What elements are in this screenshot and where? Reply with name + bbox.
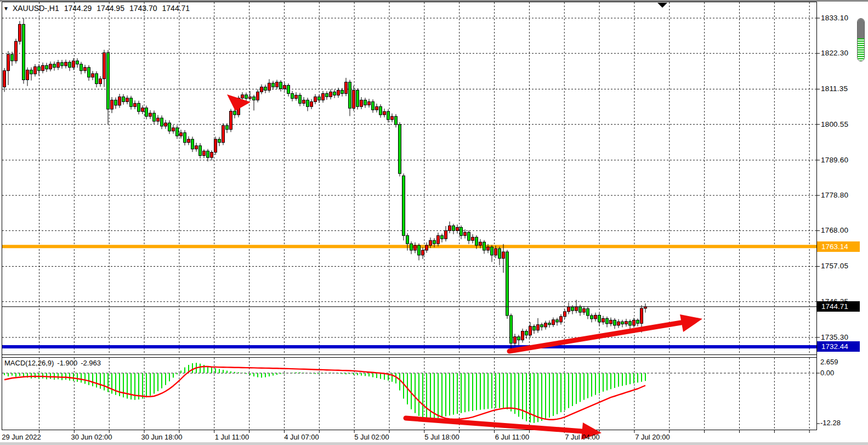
time-tick-label: 5 Jul 18:00	[406, 433, 478, 441]
price-tick-label: 1768.00	[821, 226, 848, 234]
bull-candle	[15, 41, 18, 61]
support-price-badge: 1732.44	[817, 341, 860, 352]
bear-candle	[326, 93, 328, 97]
scrollbar-grip	[858, 19, 864, 38]
price-tick-label: 1778.80	[821, 191, 848, 199]
macd-tick-label: 2.659	[820, 358, 838, 366]
macd-signal-value: -2.963	[81, 359, 101, 367]
bull-candle	[230, 111, 232, 129]
collapse-chart-icon[interactable]: ▼	[3, 5, 9, 12]
bear-candle	[46, 65, 48, 69]
bull-candle	[99, 79, 102, 84]
resistance-price-badge: 1763.14	[817, 241, 860, 252]
bull-candle	[26, 70, 29, 80]
bear-candle	[606, 318, 609, 324]
bear-candle	[356, 90, 359, 106]
bear-candle	[145, 108, 148, 116]
bear-candle	[402, 176, 405, 235]
bear-candle	[176, 128, 179, 136]
bear-candle	[387, 111, 390, 120]
bull-candle	[222, 126, 225, 143]
bear-candle	[184, 133, 186, 143]
bull-candle	[426, 245, 428, 250]
price-tick-label: 1811.35	[821, 85, 848, 93]
bear-candle	[510, 316, 513, 343]
price-tick-label: 1735.30	[821, 333, 848, 341]
bull-candle	[149, 113, 152, 116]
price-tick-label: 1822.30	[821, 49, 848, 57]
bull-candle	[188, 139, 190, 143]
time-tick-label: 1 Jul 11:00	[196, 433, 268, 441]
bear-candle	[498, 249, 501, 258]
bear-candle	[226, 126, 229, 129]
bull-candle	[322, 93, 325, 100]
time-tick-label: 30 Jun 02:00	[56, 433, 127, 441]
bull-candle	[353, 90, 355, 108]
bear-candle	[115, 100, 117, 105]
bull-candle	[552, 320, 555, 325]
bear-candle	[468, 232, 470, 240]
bear-candle	[629, 322, 632, 325]
bull-candle	[568, 307, 570, 312]
macd-name: MACD(12,26,9)	[4, 359, 54, 367]
bear-candle	[307, 100, 309, 106]
bull-candle	[214, 139, 217, 153]
bull-candle	[617, 322, 620, 325]
bear-candle	[38, 67, 41, 71]
chart-window: ▼ XAUUSD-,H1 1744.29 1744.95 1743.70 174…	[0, 0, 868, 445]
bull-candle	[360, 100, 363, 106]
bull-candle	[583, 309, 586, 313]
bear-candle	[433, 240, 436, 244]
bear-candle	[533, 326, 536, 330]
bull-candle	[383, 111, 386, 115]
bull-candle	[157, 118, 160, 121]
bull-candle	[19, 24, 21, 41]
bear-candle	[587, 309, 589, 316]
bull-candle	[368, 102, 371, 105]
bull-candle	[521, 331, 524, 340]
bull-candle	[575, 307, 578, 311]
bull-candle	[260, 87, 263, 92]
bull-candle	[487, 247, 490, 250]
time-tick-label: 5 Jul 02:00	[336, 433, 407, 441]
bull-candle	[345, 82, 348, 94]
bull-candle	[422, 250, 424, 255]
bear-candle	[234, 111, 236, 115]
ohlc-close: 1744.71	[162, 4, 190, 13]
bull-candle	[429, 240, 432, 245]
bull-candle	[337, 90, 340, 95]
bull-candle	[502, 252, 505, 258]
bear-candle	[11, 54, 14, 61]
bull-candle	[164, 123, 167, 126]
bull-candle	[544, 323, 547, 327]
scrollbar-stripes	[858, 38, 864, 61]
bear-candle	[525, 331, 528, 335]
bear-candle	[69, 62, 71, 67]
bear-candle	[621, 322, 624, 324]
time-tick-label: 7 Jul 04:00	[547, 433, 618, 441]
bull-candle	[464, 232, 467, 235]
scrollbar-thumb[interactable]	[857, 18, 865, 61]
candles[interactable]	[3, 18, 647, 349]
bull-candle	[283, 86, 286, 89]
bear-candle	[161, 118, 163, 126]
bull-candle	[495, 249, 497, 255]
bull-candle	[268, 83, 271, 90]
current-price-price-badge: 1744.71	[817, 301, 860, 312]
time-tick-label: 4 Jul 07:00	[266, 433, 337, 441]
bull-candle	[57, 63, 60, 67]
macd-tick-label: 0.00	[820, 369, 834, 377]
bear-candle	[199, 146, 202, 156]
bear-candle	[218, 139, 221, 143]
bear-candle	[287, 86, 290, 94]
time-tick-label: 6 Jul 11:00	[476, 433, 548, 441]
chart-canvas[interactable]	[0, 0, 868, 445]
bear-candle	[272, 83, 275, 87]
price-tick-label: 1757.05	[821, 262, 848, 270]
chart-title-bar: ▼ XAUUSD-,H1 1744.29 1744.95 1743.70 174…	[3, 4, 190, 13]
bull-candle	[7, 54, 10, 71]
bear-candle	[541, 325, 543, 327]
macd-histogram[interactable]	[4, 363, 645, 423]
bear-candle	[168, 123, 171, 131]
bear-candle	[475, 237, 478, 245]
